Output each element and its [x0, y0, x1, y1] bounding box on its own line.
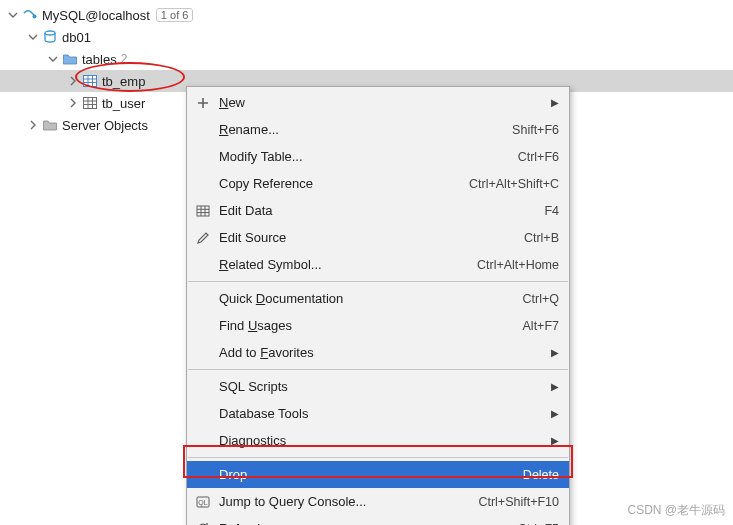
pencil-icon [193, 228, 213, 248]
menu-label: Drop [219, 467, 247, 482]
blank-icon [193, 316, 213, 336]
menu-item-edit-data[interactable]: Edit Data F4 [187, 197, 569, 224]
submenu-arrow-icon: ▶ [551, 347, 559, 358]
menu-label: Quick Documentation [219, 291, 343, 306]
blank-icon [193, 377, 213, 397]
watermark: CSDN @老牛源码 [627, 502, 725, 519]
datasource-icon [22, 7, 38, 23]
tree-row-tables-folder[interactable]: tables 2 [0, 48, 733, 70]
folder-icon [62, 51, 78, 67]
connection-tag: 1 of 6 [156, 8, 194, 22]
menu-shortcut: Ctrl+Q [523, 292, 559, 306]
menu-label: Jump to Query Console... [219, 494, 366, 509]
menu-separator [188, 281, 568, 282]
menu-label: Find Usages [219, 318, 292, 333]
menu-shortcut: Ctrl+F5 [518, 522, 559, 526]
tree-label: tb_user [102, 96, 145, 111]
menu-separator [188, 457, 568, 458]
menu-label: Add to Favorites [219, 345, 314, 360]
chevron-right-icon[interactable] [66, 96, 80, 110]
menu-separator [188, 369, 568, 370]
blank-icon [193, 255, 213, 275]
menu-item-database-tools[interactable]: Database Tools ▶ [187, 400, 569, 427]
console-icon: QL [193, 492, 213, 512]
tree-row-connection[interactable]: MySQL@localhost 1 of 6 [0, 4, 733, 26]
tree-label: db01 [62, 30, 91, 45]
menu-item-refresh[interactable]: Refresh Ctrl+F5 [187, 515, 569, 525]
tree-label: Server Objects [62, 118, 148, 133]
submenu-arrow-icon: ▶ [551, 97, 559, 108]
chevron-right-icon[interactable] [66, 74, 80, 88]
blank-icon [193, 465, 213, 485]
menu-item-quick-documentation[interactable]: Quick Documentation Ctrl+Q [187, 285, 569, 312]
menu-label: Rename... [219, 122, 279, 137]
submenu-arrow-icon: ▶ [551, 381, 559, 392]
menu-item-modify-table[interactable]: Modify Table... Ctrl+F6 [187, 143, 569, 170]
blank-icon [193, 343, 213, 363]
submenu-arrow-icon: ▶ [551, 408, 559, 419]
table-icon [82, 95, 98, 111]
menu-label: Copy Reference [219, 176, 313, 191]
menu-shortcut: Ctrl+B [524, 231, 559, 245]
menu-shortcut: Shift+F6 [512, 123, 559, 137]
menu-label: Refresh [219, 521, 265, 525]
menu-shortcut: Ctrl+F6 [518, 150, 559, 164]
menu-item-copy-reference[interactable]: Copy Reference Ctrl+Alt+Shift+C [187, 170, 569, 197]
folder-icon [42, 117, 58, 133]
blank-icon [193, 289, 213, 309]
menu-shortcut: Ctrl+Shift+F10 [478, 495, 559, 509]
menu-item-sql-scripts[interactable]: SQL Scripts ▶ [187, 373, 569, 400]
menu-shortcut: Alt+F7 [523, 319, 559, 333]
tree-label: tb_emp [102, 74, 145, 89]
submenu-arrow-icon: ▶ [551, 435, 559, 446]
menu-label: Database Tools [219, 406, 308, 421]
menu-item-rename[interactable]: Rename... Shift+F6 [187, 116, 569, 143]
chevron-down-icon[interactable] [26, 30, 40, 44]
svg-point-1 [45, 31, 55, 35]
menu-shortcut: Ctrl+Alt+Shift+C [469, 177, 559, 191]
blank-icon [193, 404, 213, 424]
plus-icon [193, 93, 213, 113]
menu-label: New [219, 95, 245, 110]
context-menu: New ▶ Rename... Shift+F6 Modify Table...… [186, 86, 570, 525]
menu-item-diagnostics[interactable]: Diagnostics ▶ [187, 427, 569, 454]
svg-rect-2 [84, 76, 97, 87]
menu-item-drop[interactable]: Drop Delete [187, 461, 569, 488]
menu-label: SQL Scripts [219, 379, 288, 394]
menu-item-add-to-favorites[interactable]: Add to Favorites ▶ [187, 339, 569, 366]
menu-label: Edit Data [219, 203, 272, 218]
menu-label: Related Symbol... [219, 257, 322, 272]
blank-icon [193, 147, 213, 167]
table-icon [193, 201, 213, 221]
menu-shortcut: Delete [523, 468, 559, 482]
table-icon [82, 73, 98, 89]
blank-icon [193, 431, 213, 451]
blank-icon [193, 120, 213, 140]
chevron-down-icon[interactable] [6, 8, 20, 22]
schema-icon [42, 29, 58, 45]
chevron-down-icon[interactable] [46, 52, 60, 66]
tree-row-schema[interactable]: db01 [0, 26, 733, 48]
svg-rect-7 [84, 98, 97, 109]
tree-label: tables [82, 52, 117, 67]
menu-label: Diagnostics [219, 433, 286, 448]
menu-item-find-usages[interactable]: Find Usages Alt+F7 [187, 312, 569, 339]
menu-shortcut: F4 [544, 204, 559, 218]
menu-item-new[interactable]: New ▶ [187, 89, 569, 116]
svg-point-0 [33, 15, 37, 19]
tree-count: 2 [121, 52, 128, 66]
menu-label: Modify Table... [219, 149, 303, 164]
refresh-icon [193, 519, 213, 526]
chevron-right-icon[interactable] [26, 118, 40, 132]
menu-item-edit-source[interactable]: Edit Source Ctrl+B [187, 224, 569, 251]
menu-label: Edit Source [219, 230, 286, 245]
svg-rect-12 [197, 206, 209, 216]
blank-icon [193, 174, 213, 194]
tree-label: MySQL@localhost [42, 8, 150, 23]
menu-item-jump-to-query-console[interactable]: QL Jump to Query Console... Ctrl+Shift+F… [187, 488, 569, 515]
menu-shortcut: Ctrl+Alt+Home [477, 258, 559, 272]
svg-text:QL: QL [198, 499, 207, 507]
menu-item-related-symbol[interactable]: Related Symbol... Ctrl+Alt+Home [187, 251, 569, 278]
